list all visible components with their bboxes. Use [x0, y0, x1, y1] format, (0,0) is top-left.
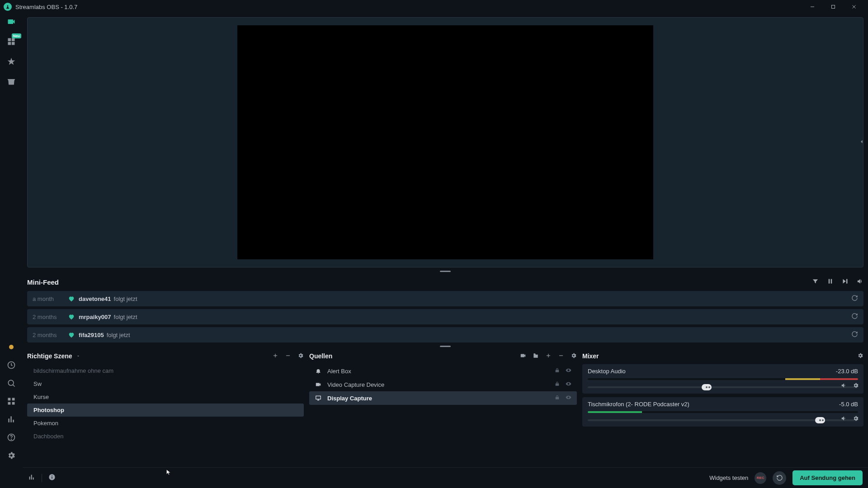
svg-rect-16	[10, 416, 12, 422]
nav-notifications-icon[interactable]	[6, 342, 17, 352]
source-visibility-icon[interactable]	[566, 381, 571, 388]
record-button[interactable]: REC	[755, 472, 766, 484]
sources-title: Quellen	[309, 352, 332, 360]
source-settings-icon[interactable]	[571, 352, 577, 360]
source-widget-icon[interactable]	[520, 352, 526, 360]
volume-icon[interactable]	[857, 278, 863, 286]
scene-item[interactable]: Photoshop	[27, 404, 304, 417]
svg-rect-20	[829, 279, 830, 284]
follow-icon	[68, 295, 75, 302]
channel-db: -5.0 dB	[839, 401, 858, 408]
scene-item[interactable]: Sw	[27, 377, 304, 390]
mixer-panel: Mixer Desktop Audio-23.0 dB Tischmikrofo…	[582, 350, 863, 443]
chevron-down-icon[interactable]	[76, 353, 80, 360]
feed-action: folgt jetzt	[114, 296, 137, 302]
svg-rect-28	[29, 477, 30, 480]
splitter-handle[interactable]	[23, 269, 868, 273]
mixer-settings-icon[interactable]	[857, 352, 863, 360]
svg-rect-15	[8, 418, 9, 422]
app-logo	[4, 3, 12, 11]
bell-icon	[315, 368, 322, 374]
svg-rect-1	[832, 5, 835, 9]
feed-replay-icon[interactable]	[851, 313, 858, 321]
feed-replay-icon[interactable]	[851, 295, 858, 303]
scene-add-icon[interactable]	[272, 352, 278, 360]
source-remove-icon[interactable]	[558, 352, 564, 360]
pause-icon[interactable]	[827, 278, 834, 286]
feed-time: 2 months	[33, 314, 64, 320]
volume-slider[interactable]	[588, 386, 858, 388]
titlebar: Streamlabs OBS - 1.0.7	[0, 0, 868, 14]
scene-settings-icon[interactable]	[297, 352, 304, 360]
nav-apps-icon[interactable]	[6, 396, 17, 407]
expand-right-icon[interactable]	[859, 139, 865, 146]
feed-user: davetone41	[79, 296, 111, 302]
scene-item[interactable]: Pokemon	[27, 417, 304, 430]
source-folder-icon[interactable]	[533, 352, 539, 360]
source-label: Display Capture	[327, 395, 372, 402]
preview-canvas	[237, 25, 653, 259]
source-visibility-icon[interactable]	[566, 367, 571, 375]
scene-item[interactable]: Dachboden	[27, 430, 304, 443]
mini-feed-panel: Mini-Feed a month davetone41 folgt jetzt…	[23, 273, 868, 344]
scenes-title: Richtige Szene	[27, 352, 72, 360]
source-item[interactable]: Alert Box	[309, 364, 577, 378]
skip-icon[interactable]	[842, 278, 849, 286]
source-visibility-icon[interactable]	[566, 394, 571, 402]
mini-feed-title: Mini-Feed	[27, 278, 59, 286]
source-label: Video Capture Device	[327, 381, 384, 388]
camera-icon	[315, 381, 322, 388]
feed-replay-icon[interactable]	[851, 331, 858, 339]
mixer-channel: Desktop Audio-23.0 dB	[582, 364, 863, 394]
sources-panel: Quellen Alert Box Video Capture Device	[309, 350, 577, 443]
feed-time: 2 months	[33, 332, 64, 338]
nav-search-icon[interactable]	[6, 378, 17, 389]
go-live-button[interactable]: Auf Sendung gehen	[793, 470, 863, 485]
scene-item[interactable]: bildschirmaufnahme ohne cam	[27, 364, 304, 377]
splitter-handle-2[interactable]	[23, 344, 868, 348]
footer: Widgets testen REC Auf Sendung gehen	[23, 467, 868, 488]
feed-row: 2 months mrpaiky007 folgt jetzt	[27, 309, 863, 324]
nav-stats-icon[interactable]	[6, 414, 17, 425]
nav-new-badge: Neu	[12, 33, 21, 38]
channel-name: Desktop Audio	[588, 368, 626, 375]
source-lock-icon[interactable]	[554, 367, 560, 375]
channel-name: Tischmikrofon (2- RODE Podcaster v2)	[588, 401, 689, 408]
source-item[interactable]: Display Capture	[309, 391, 577, 405]
widgets-test-button[interactable]: Widgets testen	[709, 474, 748, 481]
monitor-icon	[315, 395, 322, 401]
window-maximize-button[interactable]	[823, 0, 844, 14]
scenes-panel: Richtige Szene bildschirmaufnahme ohne c…	[27, 350, 304, 443]
replay-buffer-button[interactable]	[773, 471, 786, 485]
scene-item[interactable]: Kurse	[27, 390, 304, 404]
preview-area[interactable]	[27, 17, 863, 267]
mixer-title: Mixer	[582, 352, 599, 360]
svg-rect-33	[52, 475, 52, 476]
volume-slider[interactable]	[588, 419, 858, 421]
mute-icon[interactable]	[841, 382, 847, 390]
filter-icon[interactable]	[812, 278, 819, 286]
nav-help-icon[interactable]	[6, 432, 17, 443]
window-close-button[interactable]	[844, 0, 864, 14]
nav-settings-icon[interactable]	[6, 450, 17, 461]
mute-icon[interactable]	[841, 415, 847, 423]
window-minimize-button[interactable]	[802, 0, 823, 14]
svg-point-19	[11, 439, 12, 440]
perf-stats-icon[interactable]	[28, 474, 35, 482]
source-lock-icon[interactable]	[554, 394, 560, 402]
source-add-icon[interactable]	[545, 352, 552, 360]
follow-icon	[68, 331, 75, 338]
channel-settings-icon[interactable]	[853, 382, 859, 390]
source-lock-icon[interactable]	[554, 381, 560, 388]
nav-store-icon[interactable]	[6, 76, 17, 87]
nav-layouts-icon[interactable]: Neu	[6, 36, 17, 47]
channel-settings-icon[interactable]	[853, 415, 859, 423]
svg-rect-29	[31, 475, 32, 480]
source-item[interactable]: Video Capture Device	[309, 378, 577, 391]
scene-remove-icon[interactable]	[285, 352, 291, 360]
nav-editor-icon[interactable]	[6, 16, 17, 27]
nav-dashboard-icon[interactable]	[6, 360, 17, 371]
nav-themes-icon[interactable]	[6, 56, 17, 67]
svg-rect-30	[33, 478, 34, 480]
info-icon[interactable]	[48, 474, 56, 482]
